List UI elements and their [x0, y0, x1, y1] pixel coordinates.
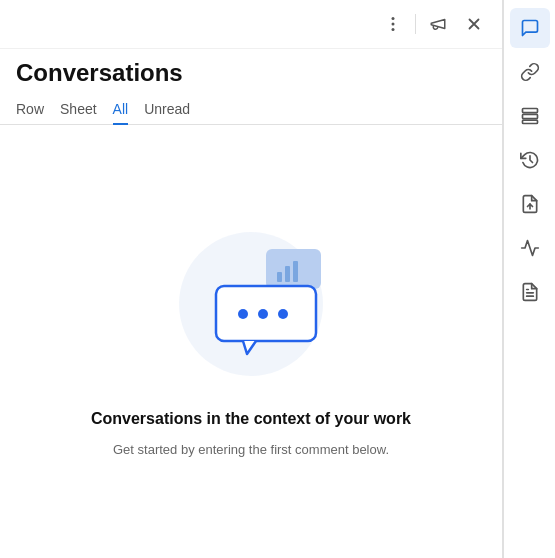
sidebar-file-upload-button[interactable]	[510, 184, 550, 224]
more-options-button[interactable]	[377, 8, 409, 40]
sidebar-link-button[interactable]	[510, 52, 550, 92]
page-title: Conversations	[16, 59, 486, 87]
empty-state: Conversations in the context of your wor…	[0, 125, 502, 558]
svg-point-2	[392, 28, 395, 31]
empty-state-illustration	[161, 204, 341, 384]
tabs-bar: Row Sheet All Unread	[0, 87, 502, 125]
svg-point-0	[392, 17, 395, 20]
svg-point-10	[238, 309, 248, 319]
header-divider	[415, 14, 416, 34]
main-panel: Conversations Row Sheet All Unread	[0, 0, 503, 558]
svg-rect-14	[522, 109, 537, 113]
svg-point-12	[278, 309, 288, 319]
tab-sheet[interactable]: Sheet	[60, 95, 97, 125]
tab-unread[interactable]: Unread	[144, 95, 190, 125]
tab-all[interactable]: All	[113, 95, 129, 125]
svg-rect-16	[522, 120, 537, 123]
svg-rect-15	[522, 114, 537, 118]
svg-point-11	[258, 309, 268, 319]
sidebar-layers-button[interactable]	[510, 96, 550, 136]
right-sidebar	[503, 0, 555, 558]
megaphone-button[interactable]	[422, 8, 454, 40]
sidebar-report-button[interactable]	[510, 272, 550, 312]
empty-state-subtitle: Get started by entering the first commen…	[113, 440, 389, 460]
svg-rect-5	[277, 272, 282, 282]
svg-point-1	[392, 23, 395, 26]
close-button[interactable]	[458, 8, 490, 40]
svg-rect-6	[285, 266, 290, 282]
sidebar-history-button[interactable]	[510, 140, 550, 180]
tab-row[interactable]: Row	[16, 95, 44, 125]
sidebar-activity-button[interactable]	[510, 228, 550, 268]
sidebar-conversations-button[interactable]	[510, 8, 550, 48]
svg-rect-7	[293, 261, 298, 282]
title-area: Conversations	[0, 49, 502, 87]
header-toolbar	[0, 0, 502, 49]
empty-state-title: Conversations in the context of your wor…	[91, 408, 411, 430]
